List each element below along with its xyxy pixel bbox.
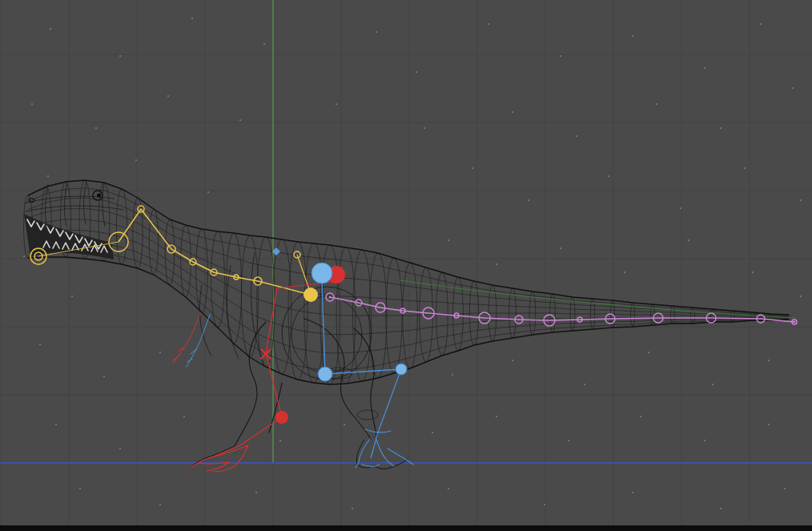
viewport-canvas[interactable]: [0, 0, 812, 531]
rig-control-disc[interactable]: [396, 364, 407, 375]
rig-control-disc[interactable]: [303, 288, 318, 302]
rig-control-center-dot: [329, 296, 332, 299]
bottom-bar: [0, 525, 812, 531]
rig-control-disc[interactable]: [318, 367, 332, 381]
viewport-3d[interactable]: [0, 0, 812, 531]
rig-control-disc[interactable]: [312, 263, 332, 284]
rig-control-disc[interactable]: [275, 411, 288, 424]
rig-control-center-dot: [794, 321, 796, 324]
viewport-background: [0, 0, 812, 531]
